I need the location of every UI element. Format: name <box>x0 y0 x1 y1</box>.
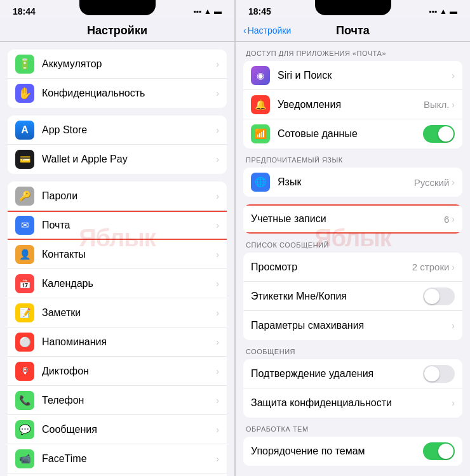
privacy-protection-label: Защита конфиденциальности <box>251 397 452 409</box>
privacy-protection-item[interactable]: Защита конфиденциальности › <box>243 388 462 418</box>
privacy-label: Конфиденциальность <box>42 88 216 99</box>
chevron-icon: › <box>452 262 455 272</box>
left-nav-bar: Настройки <box>0 19 234 42</box>
chevron-icon: › <box>216 125 219 135</box>
preview-value: 2 строки <box>412 261 450 272</box>
siri-icon: ◉ <box>251 66 270 85</box>
confirm-delete-item[interactable]: Подтверждение удаления <box>243 359 462 388</box>
access-section: ДОСТУП ДЛЯ ПРИЛОЖЕНИЯ «ПОЧТА» ◉ Siri и П… <box>236 50 470 149</box>
wallet-label: Wallet и Apple Pay <box>42 154 216 165</box>
appstore-label: App Store <box>42 124 216 136</box>
notifications-item[interactable]: 🔔 Уведомления Выкл. › <box>243 90 462 119</box>
contacts-icon: 👤 <box>15 245 34 264</box>
notifications-label: Уведомления <box>278 99 424 110</box>
chevron-icon: › <box>216 366 219 376</box>
chevron-icon: › <box>216 425 219 435</box>
mail-icon: ✉ <box>15 216 34 235</box>
facetime-item[interactable]: 📹 FaceTime › <box>8 444 227 473</box>
facetime-label: FaceTime <box>42 453 216 465</box>
wifi-icon: ▲ <box>440 7 447 16</box>
preview-label: Просмотр <box>251 261 412 273</box>
battery-item[interactable]: 🔋 Аккумулятор › <box>8 50 227 79</box>
thread-order-label: Упорядочение по темам <box>251 446 423 457</box>
notes-item[interactable]: 📝 Заметки › <box>8 298 227 327</box>
chevron-icon: › <box>452 177 455 187</box>
messages-icon: 💬 <box>15 420 34 439</box>
facetime-icon: 📹 <box>15 449 34 468</box>
thread-order-toggle[interactable] <box>423 442 455 460</box>
accounts-label: Учетные записи <box>251 213 444 225</box>
reminders-item[interactable]: ⚪ Напоминания › <box>8 327 227 357</box>
notifications-value: Выкл. <box>424 99 449 110</box>
left-phone: 18:44 ▪▪▪ ▲ ▬ Настройки 🔋 Аккумулятор › … <box>0 0 235 476</box>
reminders-label: Напоминания <box>42 336 216 348</box>
notes-label: Заметки <box>42 307 216 319</box>
right-time: 18:45 <box>248 6 271 17</box>
chevron-icon: › <box>452 214 455 224</box>
appstore-item[interactable]: A App Store › <box>8 116 227 145</box>
phone-item[interactable]: 📞 Телефон › <box>8 386 227 415</box>
chevron-icon: › <box>216 249 219 260</box>
voice-icon: 🎙 <box>15 362 34 381</box>
chevron-icon: › <box>216 308 219 318</box>
voice-item[interactable]: 🎙 Диктофон › <box>8 357 227 386</box>
messages-section: Учетные записи 6 › <box>236 204 470 234</box>
privacy-item[interactable]: ✋ Конфиденциальность › <box>8 79 227 108</box>
labels-item[interactable]: Этикетки Мне/Копия <box>243 282 462 311</box>
labels-toggle[interactable] <box>423 288 455 305</box>
threads-section: ОБРАБОТКА ТЕМ Упорядочение по темам <box>236 425 470 466</box>
language-icon: 🌐 <box>251 173 270 192</box>
cellular-label: Сотовые данные <box>278 128 423 140</box>
back-button[interactable]: ‹ Настройки <box>243 25 291 36</box>
cellular-item[interactable]: 📶 Сотовые данные <box>243 119 462 149</box>
labels-label: Этикетки Мне/Копия <box>251 291 423 302</box>
right-status-icons: ▪▪▪ ▲ ▬ <box>429 7 457 16</box>
safari-item[interactable]: 🧭 Safari › <box>8 473 227 476</box>
battery-icon: ▬ <box>450 7 457 16</box>
notes-icon: 📝 <box>15 303 34 322</box>
left-status-icons: ▪▪▪ ▲ ▬ <box>193 7 222 16</box>
messages-list-group: Учетные записи 6 › <box>243 204 462 234</box>
notch <box>79 0 156 15</box>
compose-section: СООБЩЕНИЯ Подтверждение удаления Защита … <box>236 348 470 418</box>
swipe-item[interactable]: Параметры смахивания › <box>243 311 462 340</box>
wallet-icon: 💳 <box>15 150 34 169</box>
chevron-icon: › <box>216 191 219 201</box>
mail-label: Почта <box>42 220 216 231</box>
chevron-icon: › <box>452 70 455 81</box>
left-group3: 🔑 Пароли › ✉ Почта › 👤 Контакты › 📅 Кале… <box>8 182 227 476</box>
mail-item[interactable]: ✉ Почта › <box>8 211 227 240</box>
cellular-icon: 📶 <box>251 124 270 143</box>
access-section-label: ДОСТУП ДЛЯ ПРИЛОЖЕНИЯ «ПОЧТА» <box>236 50 470 61</box>
messages-item[interactable]: 💬 Сообщения › <box>8 415 227 444</box>
right-scroll[interactable]: ДОСТУП ДЛЯ ПРИЛОЖЕНИЯ «ПОЧТА» ◉ Siri и П… <box>236 42 470 476</box>
right-nav-bar: ‹ Настройки Почта <box>236 19 470 42</box>
left-group2: A App Store › 💳 Wallet и Apple Pay › <box>8 116 227 174</box>
cellular-toggle[interactable] <box>423 125 455 143</box>
reminders-icon: ⚪ <box>15 333 34 352</box>
siri-label: Siri и Поиск <box>278 70 452 81</box>
swipe-label: Параметры смахивания <box>251 320 452 331</box>
chevron-icon: › <box>452 100 455 110</box>
appstore-icon: A <box>15 121 34 140</box>
compose-list: Подтверждение удаления Защита конфиденци… <box>243 359 462 418</box>
chevron-icon: › <box>216 59 219 69</box>
lang-section: ПРЕДПОЧИТАЕМЫЙ ЯЗЫК 🌐 Язык Русский › <box>236 156 470 197</box>
chevron-icon: › <box>216 220 219 230</box>
left-scroll[interactable]: 🔋 Аккумулятор › ✋ Конфиденциальность › A… <box>0 42 234 476</box>
lang-list: 🌐 Язык Русский › <box>243 168 462 197</box>
signal-icon: ▪▪▪ <box>193 7 201 16</box>
msglist-section: СПИСОК СООБЩЕНИЙ Просмотр 2 строки › Эти… <box>236 241 470 340</box>
wallet-item[interactable]: 💳 Wallet и Apple Pay › <box>8 145 227 174</box>
accounts-item[interactable]: Учетные записи 6 › <box>243 204 462 234</box>
siri-item[interactable]: ◉ Siri и Поиск › <box>243 61 462 90</box>
confirm-delete-toggle[interactable] <box>423 365 455 383</box>
preview-item[interactable]: Просмотр 2 строки › <box>243 253 462 282</box>
compose-section-label: СООБЩЕНИЯ <box>236 348 470 359</box>
passwords-item[interactable]: 🔑 Пароли › <box>8 182 227 211</box>
contacts-item[interactable]: 👤 Контакты › <box>8 240 227 269</box>
thread-order-item[interactable]: Упорядочение по темам <box>243 437 462 466</box>
calendar-item[interactable]: 📅 Календарь › <box>8 269 227 298</box>
language-item[interactable]: 🌐 Язык Русский › <box>243 168 462 197</box>
back-label: Настройки <box>248 25 292 36</box>
